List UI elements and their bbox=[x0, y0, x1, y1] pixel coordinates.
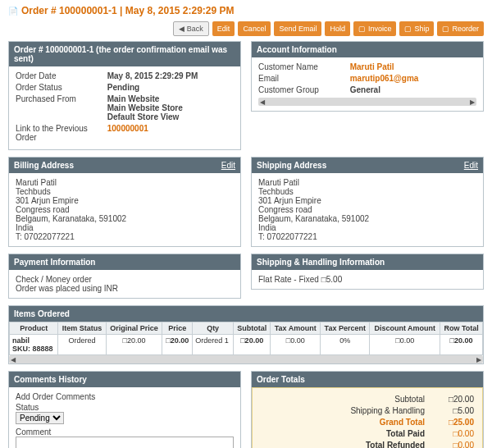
prev-order-label: Link to the Previous Order bbox=[16, 124, 107, 142]
scroll-right-icon[interactable]: ▶ bbox=[468, 98, 476, 106]
hold-button[interactable]: Hold bbox=[325, 21, 350, 36]
col-oprice: Original Price bbox=[106, 322, 162, 335]
total-paid-label: Total Paid bbox=[326, 429, 425, 438]
cell-taxamt: □0.00 bbox=[271, 335, 321, 355]
shipping-head: Shipping Address bbox=[257, 161, 326, 170]
shipping-value: □5.00 bbox=[433, 406, 474, 415]
purchased-from-value: Main Website Main Website Store Default … bbox=[107, 94, 234, 121]
cell-discount: □0.00 bbox=[370, 335, 440, 355]
cell-qty: Ordered 1 bbox=[193, 335, 234, 355]
grand-total-label: Grand Total bbox=[326, 418, 425, 427]
invoice-label: Invoice bbox=[368, 25, 392, 33]
order-status-value: Pending bbox=[107, 83, 234, 92]
account-info-head: Account Information bbox=[252, 42, 483, 57]
cell-status: Ordered bbox=[58, 335, 106, 355]
col-discount: Discount Amount bbox=[370, 322, 440, 335]
reorder-button[interactable]: ▢ Reorder bbox=[437, 21, 484, 36]
subtotal-label: Subtotal bbox=[326, 395, 425, 404]
back-button[interactable]: ◀ Back bbox=[173, 21, 209, 36]
billing-text: Maruti Patil Techbuds 301 Arjun Empire C… bbox=[9, 173, 240, 246]
customer-group-value: General bbox=[350, 85, 476, 94]
comment-field-label: Comment bbox=[16, 427, 234, 437]
scroll-left-icon[interactable]: ◀ bbox=[258, 98, 266, 106]
prev-order-link[interactable]: 100000001 bbox=[107, 124, 148, 133]
comments-box: Comments History Add Order Comments Stat… bbox=[8, 371, 241, 448]
billing-head: Billing Address bbox=[14, 161, 74, 170]
items-scrollbar[interactable]: ◀▶ bbox=[9, 355, 483, 363]
cell-price: □20.00 bbox=[162, 335, 193, 355]
items-ordered-box: Items Ordered Product Item Status Origin… bbox=[8, 305, 484, 364]
ship-button[interactable]: ▢ Ship bbox=[399, 21, 434, 36]
billing-edit-link[interactable]: Edit bbox=[221, 161, 235, 170]
order-info-box: Order # 100000001-1 (the order confirmat… bbox=[8, 41, 241, 150]
customer-group-label: Customer Group bbox=[258, 85, 350, 94]
col-taxpct: Tax Percent bbox=[321, 322, 370, 335]
col-subtotal: Subtotal bbox=[234, 322, 271, 335]
col-taxamt: Tax Amount bbox=[271, 322, 321, 335]
col-price: Price bbox=[162, 322, 193, 335]
customer-email-link[interactable]: marutip061@gma bbox=[350, 74, 419, 83]
edit-button[interactable]: Edit bbox=[212, 21, 235, 36]
cell-product: nabil SKU: 88888 bbox=[10, 335, 58, 355]
billing-address-box: Billing AddressEdit Maruti Patil Techbud… bbox=[8, 157, 241, 247]
shipping-method-head: Shipping & Handling Information bbox=[252, 254, 483, 270]
shipping-address-box: Shipping AddressEdit Maruti Patil Techbu… bbox=[251, 157, 484, 247]
back-label: Back bbox=[187, 25, 203, 33]
cell-oprice: □20.00 bbox=[106, 335, 162, 355]
col-product: Product bbox=[10, 322, 58, 335]
cell-subtotal: □20.00 bbox=[234, 335, 271, 355]
payment-info-box: Payment Information Check / Money order … bbox=[8, 254, 241, 299]
total-paid-value: □0.00 bbox=[433, 429, 474, 438]
totals-head: Order Totals bbox=[252, 372, 483, 387]
customer-name-label: Customer Name bbox=[258, 62, 350, 71]
cell-rowtotal: □20.00 bbox=[440, 335, 483, 355]
shipping-method-box: Shipping & Handling Information Flat Rat… bbox=[251, 254, 484, 290]
total-refunded-label: Total Refunded bbox=[326, 441, 425, 448]
account-scrollbar[interactable]: ◀▶ bbox=[258, 98, 476, 106]
account-info-box: Account Information Customer NameMaruti … bbox=[251, 41, 484, 112]
add-comments-label: Add Order Comments bbox=[16, 392, 234, 401]
order-date-label: Order Date bbox=[16, 71, 107, 80]
col-qty: Qty bbox=[193, 322, 234, 335]
cell-taxpct: 0% bbox=[321, 335, 370, 355]
reorder-label: Reorder bbox=[452, 25, 479, 33]
ship-label: Ship bbox=[414, 25, 429, 33]
payment-head: Payment Information bbox=[9, 254, 240, 270]
order-status-label: Order Status bbox=[16, 83, 107, 92]
customer-name-link[interactable]: Maruti Patil bbox=[350, 62, 394, 71]
send-email-button[interactable]: Send Email bbox=[274, 21, 321, 36]
comment-status-select[interactable]: Pending bbox=[16, 412, 64, 424]
order-totals-box: Order Totals Subtotal□20.00 Shipping & H… bbox=[251, 371, 484, 448]
purchased-from-label: Purchased From bbox=[16, 94, 107, 121]
payment-text: Check / Money order Order was placed usi… bbox=[9, 270, 240, 298]
col-rowtotal: Row Total bbox=[440, 322, 483, 335]
scroll-right-icon[interactable]: ▶ bbox=[475, 355, 483, 363]
shipping-text: Maruti Patil Techbuds 301 Arjun Empire C… bbox=[252, 173, 483, 246]
cancel-button[interactable]: Cancel bbox=[238, 21, 271, 36]
col-status: Item Status bbox=[58, 322, 106, 335]
comment-textarea[interactable] bbox=[16, 437, 234, 448]
shipping-edit-link[interactable]: Edit bbox=[464, 161, 478, 170]
scroll-left-icon[interactable]: ◀ bbox=[9, 355, 17, 363]
table-row: nabil SKU: 88888 Ordered □20.00 □20.00 O… bbox=[10, 335, 483, 355]
comments-head: Comments History bbox=[9, 372, 240, 387]
shipping-method-text: Flat Rate - Fixed □5.00 bbox=[252, 270, 483, 289]
total-refunded-value: □0.00 bbox=[433, 441, 474, 448]
customer-email-label: Email bbox=[258, 74, 350, 83]
grand-total-value: □25.00 bbox=[433, 418, 474, 427]
subtotal-value: □20.00 bbox=[433, 395, 474, 404]
invoice-button[interactable]: ▢ Invoice bbox=[353, 21, 397, 36]
items-head: Items Ordered bbox=[9, 306, 483, 322]
order-info-head: Order # 100000001-1 (the order confirmat… bbox=[9, 42, 240, 66]
shipping-label: Shipping & Handling bbox=[326, 406, 425, 415]
comment-status-label: Status bbox=[16, 403, 234, 412]
order-date-value: May 8, 2015 2:29:29 PM bbox=[107, 71, 234, 80]
page-title: Order # 100000001-1 | May 8, 2015 2:29:2… bbox=[8, 5, 235, 16]
